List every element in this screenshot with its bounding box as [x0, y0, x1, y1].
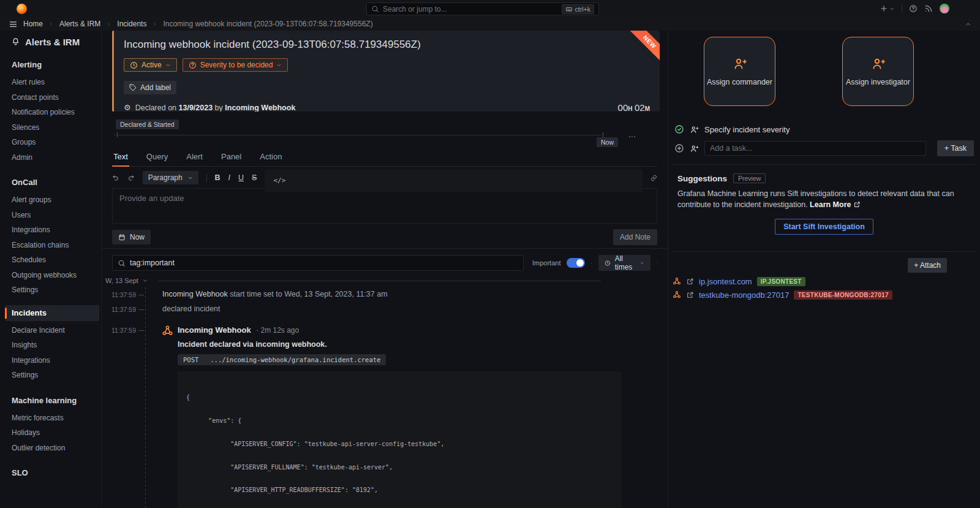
link-icon[interactable] [650, 174, 657, 182]
global-search[interactable]: ctrl+k [366, 2, 599, 15]
assign-commander-button[interactable]: Assign commander [704, 37, 775, 106]
bold-button[interactable]: B [215, 173, 221, 182]
tab-alert[interactable]: Alert [185, 149, 204, 166]
add-task-button[interactable]: + Task [937, 140, 974, 156]
time-range-select[interactable]: All times [598, 255, 650, 271]
tab-text[interactable]: Text [112, 149, 129, 166]
sidebar-item-incidents-active[interactable]: Incidents [5, 305, 99, 321]
sidebar-item-outlier-detection[interactable]: Outlier detection [12, 441, 101, 456]
assign-task-icon[interactable] [690, 125, 699, 134]
sidebar-item-users[interactable]: Users [12, 208, 101, 223]
breadcrumb-item-alerts-irm[interactable]: Alerts & IRM [59, 20, 100, 28]
chevron-right-icon [106, 21, 111, 27]
sidebar-item-incident-settings[interactable]: Settings [12, 368, 101, 383]
timeline-list: 11:37:59 Incoming Webhook start time set… [102, 290, 668, 508]
list-view-icon[interactable] [657, 259, 657, 268]
tab-action[interactable]: Action [258, 149, 283, 166]
sidebar-item-holidays[interactable]: Holidays [12, 425, 101, 441]
date-group-line [158, 281, 601, 281]
external-link-icon[interactable] [686, 291, 694, 299]
sidebar-item-declare-incident[interactable]: Declare Incident [12, 323, 101, 338]
redo-icon[interactable] [127, 173, 135, 182]
sidebar-nav: Alerts & IRM Alerting Alert rules Contac… [0, 31, 102, 508]
sidebar-item-admin[interactable]: Admin [12, 150, 101, 165]
assign-investigator-button[interactable]: Assign investigator [842, 37, 914, 106]
grafana-logo-icon[interactable] [17, 4, 27, 14]
timeline-search[interactable] [112, 255, 524, 271]
update-editor-textarea[interactable] [119, 194, 650, 218]
tab-query[interactable]: Query [145, 149, 169, 166]
preview-badge: Preview [733, 173, 766, 183]
chevron-up-icon[interactable] [965, 21, 971, 28]
add-note-button[interactable]: Add Note [613, 229, 657, 245]
date-group-header[interactable]: W, 13 Sept [105, 276, 668, 285]
sidebar-item-outgoing-webhooks[interactable]: Outgoing webhooks [12, 268, 101, 283]
sidebar-section-alerts-irm[interactable]: Alerts & IRM [11, 37, 101, 47]
declared-info: ⚙ Declared on 13/9/2023 by Incoming Webh… [124, 102, 650, 112]
add-task-input[interactable] [704, 141, 926, 156]
breadcrumb-item-home[interactable]: Home [23, 20, 43, 28]
plus-circle-icon[interactable] [674, 143, 684, 153]
global-search-input[interactable] [383, 5, 558, 13]
sidebar-item-notification-policies[interactable]: Notification policies [12, 105, 101, 120]
assign-task-icon[interactable] [690, 144, 699, 153]
bot-filter-icon[interactable] [591, 259, 592, 268]
timeline-search-input[interactable] [130, 259, 518, 267]
sidebar-heading-oncall[interactable]: OnCall [12, 178, 101, 187]
minimap-menu-icon[interactable] [628, 131, 636, 142]
sidebar-heading-machine-learning[interactable]: Machine learning [12, 396, 101, 405]
start-sift-investigation-button[interactable]: Start Sift Investigation [775, 219, 873, 235]
italic-button[interactable]: I [228, 173, 230, 182]
sidebar-item-schedules[interactable]: Schedules [12, 252, 101, 268]
learn-more-link[interactable]: Learn More [810, 200, 851, 209]
news-icon[interactable] [924, 4, 933, 13]
incident-main: NEW Incoming webhook incident (2023-09-1… [102, 31, 668, 508]
undo-icon[interactable] [112, 173, 119, 182]
attachment-link[interactable]: ip.jsontest.com [699, 277, 752, 286]
timestamp-picker-button[interactable]: Now [112, 230, 151, 245]
sidebar-item-escalation-chains[interactable]: Escalation chains [12, 238, 101, 253]
sidebar-item-silences[interactable]: Silences [12, 120, 101, 135]
user-avatar[interactable] [940, 4, 949, 13]
help-icon[interactable] [909, 4, 918, 13]
sidebar-item-alert-groups[interactable]: Alert groups [12, 192, 101, 208]
clock-icon [130, 61, 138, 69]
code-button[interactable]: </> [265, 170, 643, 192]
attachment-link[interactable]: testkube-mongodb:27017 [699, 290, 789, 300]
chevron-down-icon [889, 6, 895, 12]
sidebar-item-integrations[interactable]: Integrations [12, 222, 101, 238]
sidebar-item-metric-forecasts[interactable]: Metric forecasts [12, 411, 101, 426]
tab-panel[interactable]: Panel [220, 149, 243, 166]
divider [673, 251, 975, 252]
sidebar-item-alert-rules[interactable]: Alert rules [12, 75, 101, 90]
add-new-button[interactable] [880, 4, 895, 13]
add-label-button[interactable]: Add label [124, 81, 176, 94]
status-dropdown[interactable]: Active [124, 58, 177, 72]
now-chip: Now [597, 137, 618, 147]
shortcut-hint: ctrl+k [562, 4, 594, 14]
suggestions-body: Grafana Machine Learning runs Sift inves… [677, 189, 959, 211]
sidebar-item-contact-points[interactable]: Contact points [12, 90, 101, 105]
sidebar-heading-slo[interactable]: SLO [12, 468, 101, 477]
keyboard-icon [565, 6, 573, 13]
sidebar-item-groups[interactable]: Groups [12, 135, 101, 150]
severity-dropdown[interactable]: Severity to be decided [183, 58, 288, 72]
sidebar-heading-alerting[interactable]: Alerting [12, 60, 101, 69]
check-circle-icon[interactable] [674, 124, 684, 134]
sidebar-item-oncall-settings[interactable]: Settings [12, 282, 101, 298]
sidebar-item-insights[interactable]: Insights [12, 338, 101, 353]
important-toggle[interactable] [567, 258, 585, 268]
chevron-down-icon [187, 175, 193, 181]
calendar-icon [118, 233, 126, 241]
attach-button[interactable]: + Attach [908, 258, 947, 273]
external-link-icon[interactable] [686, 278, 694, 286]
mega-menu-icon[interactable] [9, 20, 18, 29]
incident-header-card: NEW Incoming webhook incident (2023-09-1… [112, 31, 660, 112]
update-editor[interactable] [112, 188, 657, 224]
search-icon [371, 5, 379, 13]
paragraph-format-select[interactable]: Paragraph [143, 171, 198, 184]
strikethrough-button[interactable]: S [252, 173, 257, 182]
sidebar-item-incident-integrations[interactable]: Integrations [12, 353, 101, 368]
underline-button[interactable]: U [238, 173, 244, 182]
breadcrumb-item-incidents[interactable]: Incidents [117, 20, 146, 28]
